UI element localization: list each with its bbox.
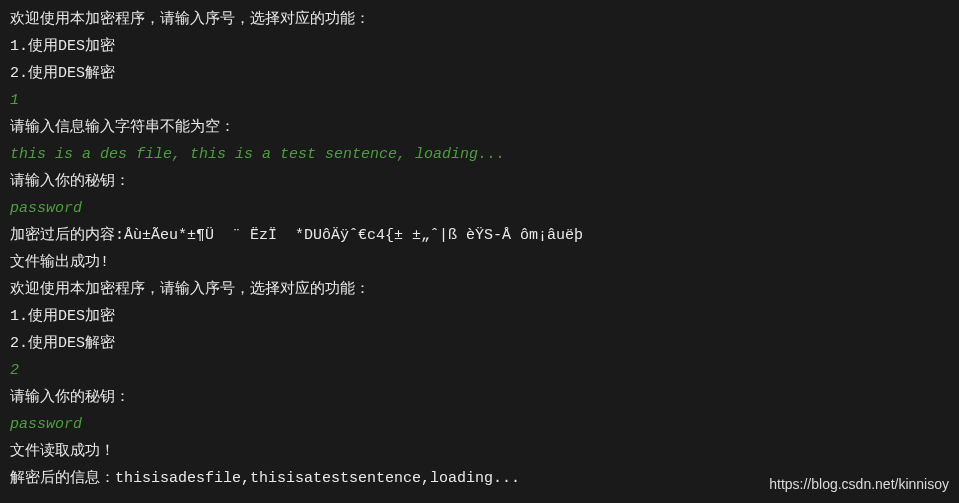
user-input-line: this is a des file, this is a test sente… [10,141,949,168]
output-line: 文件输出成功! [10,249,949,276]
output-line: 1.使用DES加密 [10,303,949,330]
output-line: 2.使用DES解密 [10,60,949,87]
user-input-line: password [10,411,949,438]
user-input-line: 2 [10,357,949,384]
output-line: 欢迎使用本加密程序，请输入序号，选择对应的功能： [10,6,949,33]
output-line: 请输入信息输入字符串不能为空： [10,114,949,141]
output-line: 加密过后的内容:Åù±Ãeu*±¶Ü ¨ ËzÏ *DUôÄÿˆ€c4{± ±„… [10,222,949,249]
user-input-line: 1 [10,87,949,114]
watermark-text: https://blog.csdn.net/kinnisoy [769,472,949,497]
output-line: 请输入你的秘钥： [10,168,949,195]
output-line: 文件读取成功！ [10,438,949,465]
terminal-output: 欢迎使用本加密程序，请输入序号，选择对应的功能：1.使用DES加密2.使用DES… [10,6,949,492]
output-line: 欢迎使用本加密程序，请输入序号，选择对应的功能： [10,276,949,303]
output-line: 2.使用DES解密 [10,330,949,357]
user-input-line: password [10,195,949,222]
output-line: 请输入你的秘钥： [10,384,949,411]
output-line: 1.使用DES加密 [10,33,949,60]
